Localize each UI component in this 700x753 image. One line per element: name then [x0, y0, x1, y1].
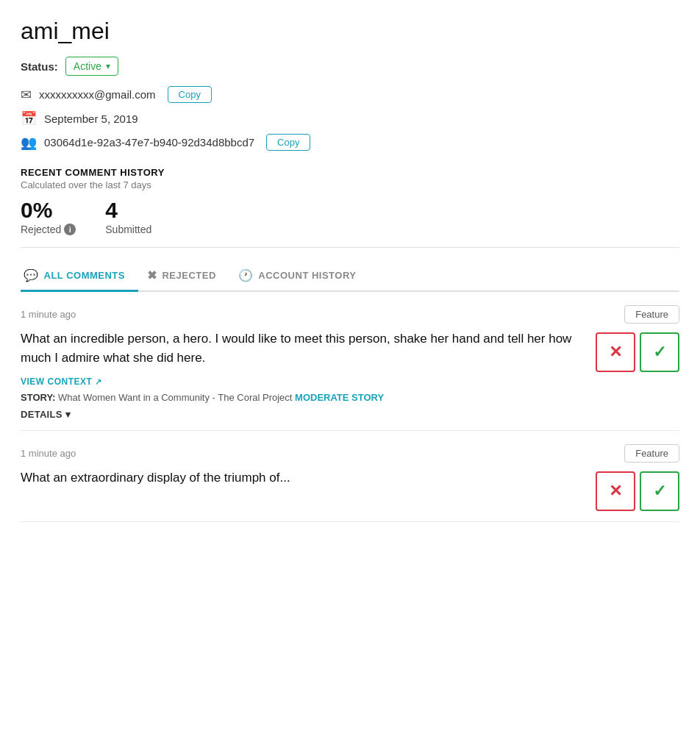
calendar-icon: 📅	[21, 110, 37, 126]
comment-text: What an incredible person, a hero. I wou…	[21, 329, 584, 367]
user-id-value: 03064d1e-92a3-47e7-b940-92d34d8bbcd7	[44, 136, 254, 149]
divider	[21, 247, 679, 248]
stats-subtitle: Calculated over the last 7 days	[21, 179, 679, 190]
submitted-stat: 4 Submitted	[105, 199, 151, 235]
comment-card: 1 minute ago Feature What an extraordina…	[21, 431, 679, 522]
moderate-story-link[interactable]: MODERATE STORY	[295, 392, 384, 403]
reject-x-icon: ✕	[609, 343, 622, 362]
rejected-icon: ✖	[147, 268, 157, 282]
username: ami_mei	[21, 18, 679, 45]
all-comments-icon: 💬	[24, 268, 39, 282]
tabs: 💬 ALL COMMENTS ✖ REJECTED 🕐 ACCOUNT HIST…	[21, 260, 679, 292]
approve-button-2[interactable]: ✓	[640, 471, 679, 511]
story-label: STORY:	[21, 392, 55, 403]
comment-content-row-2: What an extraordinary display of the tri…	[21, 468, 679, 511]
feature-button-2[interactable]: Feature	[624, 444, 679, 463]
reject-button-2[interactable]: ✕	[596, 471, 635, 511]
info-icon[interactable]: i	[64, 224, 76, 235]
rejected-value: 0%	[21, 199, 76, 221]
email-icon: ✉	[21, 87, 32, 103]
submitted-label: Submitted	[105, 224, 151, 235]
rejected-label: Rejected i	[21, 224, 76, 235]
tab-rejected[interactable]: ✖ REJECTED	[144, 261, 229, 292]
view-context-link[interactable]: VIEW CONTEXT ↗	[21, 376, 102, 387]
action-buttons: ✕ ✓	[596, 332, 679, 372]
user-id-row: 👥 03064d1e-92a3-47e7-b940-92d34d8bbcd7 C…	[21, 134, 679, 151]
stats-title: RECENT COMMENT HISTORY	[21, 167, 679, 178]
status-value: Active	[74, 60, 101, 72]
email-row: ✉ xxxxxxxxxx@gmail.com Copy	[21, 86, 679, 103]
tab-account-history-label: ACCOUNT HISTORY	[258, 270, 356, 281]
date-row: 📅 September 5, 2019	[21, 110, 679, 126]
comment-text-2: What an extraordinary display of the tri…	[21, 468, 584, 488]
user-group-icon: 👥	[21, 135, 37, 151]
comment-time: 1 minute ago	[21, 309, 76, 320]
approve-button[interactable]: ✓	[640, 332, 679, 372]
comment-meta-row-2: 1 minute ago Feature	[21, 444, 679, 463]
rejected-stat: 0% Rejected i	[21, 199, 76, 235]
reject-button[interactable]: ✕	[596, 332, 635, 372]
status-row: Status: Active ▾	[21, 57, 679, 76]
tab-account-history[interactable]: 🕐 ACCOUNT HISTORY	[235, 261, 370, 292]
view-context: VIEW CONTEXT ↗	[21, 374, 584, 388]
stats-numbers: 0% Rejected i 4 Submitted	[21, 199, 679, 235]
reject-x-icon-2: ✕	[609, 482, 622, 501]
external-link-icon: ↗	[95, 377, 102, 386]
comment-time-2: 1 minute ago	[21, 448, 76, 459]
email-value: xxxxxxxxxx@gmail.com	[39, 88, 156, 101]
comments-section: 1 minute ago Feature What an incredible …	[21, 292, 679, 522]
approve-check-icon: ✓	[653, 343, 666, 362]
copy-userid-button[interactable]: Copy	[266, 134, 310, 151]
story-title: What Women Want in a Community - The Cor…	[58, 392, 292, 403]
tab-rejected-label: REJECTED	[162, 270, 215, 281]
comment-meta-row: 1 minute ago Feature	[21, 305, 679, 324]
status-label: Status:	[21, 60, 58, 73]
account-history-icon: 🕐	[238, 268, 254, 282]
tab-all-comments[interactable]: 💬 ALL COMMENTS	[21, 261, 138, 292]
story-row: STORY: What Women Want in a Community - …	[21, 392, 584, 403]
action-buttons-2: ✕ ✓	[596, 471, 679, 511]
status-dropdown[interactable]: Active ▾	[65, 57, 118, 76]
chevron-down-icon: ▾	[106, 61, 110, 71]
copy-email-button[interactable]: Copy	[168, 86, 212, 103]
stats-section: RECENT COMMENT HISTORY Calculated over t…	[21, 167, 679, 235]
comment-body-2: What an extraordinary display of the tri…	[21, 468, 584, 488]
tab-all-comments-label: ALL COMMENTS	[44, 270, 125, 281]
feature-button[interactable]: Feature	[624, 305, 679, 324]
submitted-value: 4	[105, 199, 151, 221]
chevron-down-small-icon: ▾	[65, 409, 71, 420]
details-button[interactable]: DETAILS ▾	[21, 409, 71, 420]
comment-body: What an incredible person, a hero. I wou…	[21, 329, 584, 420]
approve-check-icon-2: ✓	[653, 482, 666, 501]
date-value: September 5, 2019	[44, 113, 138, 125]
comment-card: 1 minute ago Feature What an incredible …	[21, 292, 679, 431]
comment-content-row: What an incredible person, a hero. I wou…	[21, 329, 679, 420]
